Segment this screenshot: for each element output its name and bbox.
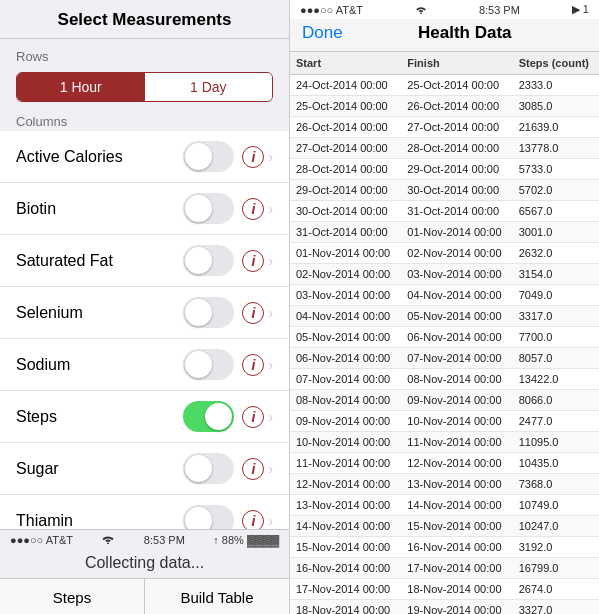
- table-cell: 7700.0: [513, 327, 599, 348]
- toggle-knob: [185, 351, 212, 378]
- chevron-right-icon: ›: [268, 409, 273, 425]
- table-cell: 13-Nov-2014 00:00: [401, 474, 512, 495]
- info-icon[interactable]: i: [242, 406, 264, 428]
- segment-1day[interactable]: 1 Day: [145, 73, 273, 101]
- table-row: 13-Nov-2014 00:0014-Nov-2014 00:0010749.…: [290, 495, 599, 516]
- table-row: 26-Oct-2014 00:0027-Oct-2014 00:0021639.…: [290, 117, 599, 138]
- table-cell: 29-Oct-2014 00:00: [290, 180, 401, 201]
- toggle-knob: [205, 403, 232, 430]
- info-icon[interactable]: i: [242, 250, 264, 272]
- chevron-right-icon: ›: [268, 253, 273, 269]
- table-cell: 28-Oct-2014 00:00: [401, 138, 512, 159]
- table-cell: 3085.0: [513, 96, 599, 117]
- table-cell: 08-Nov-2014 00:00: [401, 369, 512, 390]
- toggle-switch[interactable]: [183, 401, 234, 432]
- table-row: 09-Nov-2014 00:0010-Nov-2014 00:002477.0: [290, 411, 599, 432]
- table-row: 03-Nov-2014 00:0004-Nov-2014 00:007049.0: [290, 285, 599, 306]
- table-cell: 3327.0: [513, 600, 599, 615]
- toggle-switch[interactable]: [183, 297, 234, 328]
- table-cell: 10749.0: [513, 495, 599, 516]
- toggle-switch[interactable]: [183, 141, 234, 172]
- table-cell: 31-Oct-2014 00:00: [290, 222, 401, 243]
- chevron-right-icon: ›: [268, 513, 273, 529]
- table-cell: 10435.0: [513, 453, 599, 474]
- done-button[interactable]: Done: [302, 23, 343, 43]
- status-bar-right: ●●●○○ AT&T 8:53 PM ▶ 1: [290, 0, 599, 19]
- right-header: Done Health Data: [290, 19, 599, 52]
- toggle-switch[interactable]: [183, 453, 234, 484]
- info-icon[interactable]: i: [242, 354, 264, 376]
- table-header-row: StartFinishSteps (count): [290, 52, 599, 75]
- table-cell: 26-Oct-2014 00:00: [290, 117, 401, 138]
- table-cell: 21639.0: [513, 117, 599, 138]
- table-cell: 29-Oct-2014 00:00: [401, 159, 512, 180]
- health-data-title: Health Data: [343, 23, 587, 43]
- table-row: 25-Oct-2014 00:0026-Oct-2014 00:003085.0: [290, 96, 599, 117]
- table-cell: 25-Oct-2014 00:00: [401, 75, 512, 96]
- table-cell: 17-Nov-2014 00:00: [290, 579, 401, 600]
- table-cell: 03-Nov-2014 00:00: [290, 285, 401, 306]
- nav-steps[interactable]: Steps: [0, 579, 145, 614]
- wifi-right: [415, 4, 427, 16]
- toggle-switch[interactable]: [183, 245, 234, 276]
- info-icon[interactable]: i: [242, 146, 264, 168]
- table-cell: 7049.0: [513, 285, 599, 306]
- columns-label: Columns: [0, 110, 289, 131]
- table-row: 02-Nov-2014 00:0003-Nov-2014 00:003154.0: [290, 264, 599, 285]
- item-name: Selenium: [16, 304, 183, 322]
- status-bar-left: ●●●○○ AT&T 8:53 PM ↑ 88% ▓▓▓▓: [0, 530, 289, 550]
- table-cell: 01-Nov-2014 00:00: [290, 243, 401, 264]
- table-row: 28-Oct-2014 00:0029-Oct-2014 00:005733.0: [290, 159, 599, 180]
- table-cell: 06-Nov-2014 00:00: [290, 348, 401, 369]
- info-icon[interactable]: i: [242, 198, 264, 220]
- segment-control[interactable]: 1 Hour 1 Day: [16, 72, 273, 102]
- table-body: 24-Oct-2014 00:0025-Oct-2014 00:002333.0…: [290, 75, 599, 615]
- table-cell: 3192.0: [513, 537, 599, 558]
- table-cell: 05-Nov-2014 00:00: [401, 306, 512, 327]
- toggle-knob: [185, 247, 212, 274]
- segment-1hour[interactable]: 1 Hour: [17, 73, 145, 101]
- table-row: 12-Nov-2014 00:0013-Nov-2014 00:007368.0: [290, 474, 599, 495]
- table-row: 18-Nov-2014 00:0019-Nov-2014 00:003327.0: [290, 600, 599, 615]
- chevron-right-icon: ›: [268, 149, 273, 165]
- list-item: Active Caloriesi›: [0, 131, 289, 183]
- table-cell: 25-Oct-2014 00:00: [290, 96, 401, 117]
- table-cell: 09-Nov-2014 00:00: [401, 390, 512, 411]
- nav-build-table[interactable]: Build Table: [145, 579, 289, 614]
- info-icon[interactable]: i: [242, 510, 264, 530]
- info-icon[interactable]: i: [242, 302, 264, 324]
- left-header: Select Measurements: [0, 0, 289, 39]
- table-cell: 01-Nov-2014 00:00: [401, 222, 512, 243]
- toggle-switch[interactable]: [183, 505, 234, 529]
- signal-right: ●●●○○ AT&T: [300, 4, 363, 16]
- battery-right: ▶ 1: [572, 3, 589, 16]
- table-cell: 19-Nov-2014 00:00: [401, 600, 512, 615]
- table-cell: 3001.0: [513, 222, 599, 243]
- collecting-label: Collecting data...: [0, 550, 289, 578]
- table-row: 29-Oct-2014 00:0030-Oct-2014 00:005702.0: [290, 180, 599, 201]
- health-data-table: StartFinishSteps (count) 24-Oct-2014 00:…: [290, 52, 599, 614]
- list-item: Sodiumi›: [0, 339, 289, 391]
- table-cell: 11-Nov-2014 00:00: [290, 453, 401, 474]
- table-cell: 3154.0: [513, 264, 599, 285]
- info-icon[interactable]: i: [242, 458, 264, 480]
- table-cell: 02-Nov-2014 00:00: [401, 243, 512, 264]
- toggle-knob: [185, 143, 212, 170]
- table-row: 24-Oct-2014 00:0025-Oct-2014 00:002333.0: [290, 75, 599, 96]
- toggle-knob: [185, 507, 212, 529]
- toggle-switch[interactable]: [183, 193, 234, 224]
- table-cell: 2477.0: [513, 411, 599, 432]
- table-row: 04-Nov-2014 00:0005-Nov-2014 00:003317.0: [290, 306, 599, 327]
- list-item: Thiamini›: [0, 495, 289, 529]
- toggle-knob: [185, 299, 212, 326]
- table-cell: 04-Nov-2014 00:00: [290, 306, 401, 327]
- table-cell: 07-Nov-2014 00:00: [401, 348, 512, 369]
- table-cell: 6567.0: [513, 201, 599, 222]
- table-cell: 17-Nov-2014 00:00: [401, 558, 512, 579]
- table-cell: 31-Oct-2014 00:00: [401, 201, 512, 222]
- table-cell: 2333.0: [513, 75, 599, 96]
- item-name: Biotin: [16, 200, 183, 218]
- toggle-knob: [185, 455, 212, 482]
- toggle-switch[interactable]: [183, 349, 234, 380]
- table-cell: 16-Nov-2014 00:00: [290, 558, 401, 579]
